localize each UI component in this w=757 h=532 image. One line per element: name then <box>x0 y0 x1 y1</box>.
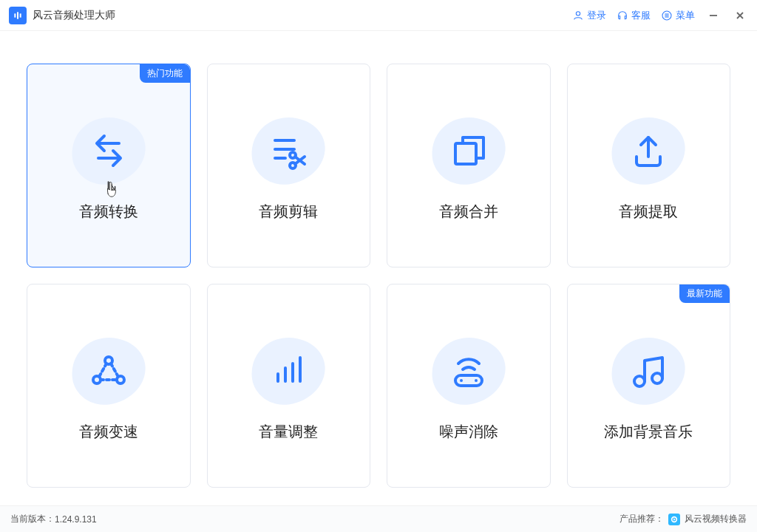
footer: 当前版本： 1.24.9.131 产品推荐： 风云视频转换器 <box>0 505 757 532</box>
card-label: 音频转换 <box>79 202 138 222</box>
close-button[interactable] <box>732 7 748 24</box>
card-audio-extract[interactable]: 音频提取 <box>567 64 731 267</box>
headset-icon <box>617 10 628 21</box>
recommend-label: 产品推荐： <box>619 513 664 525</box>
version-value: 1.24.9.131 <box>55 514 97 525</box>
card-noise-remove[interactable]: 噪声消除 <box>387 284 551 488</box>
card-audio-convert[interactable]: 热门功能 音频转换 <box>27 64 191 267</box>
card-audio-speed[interactable]: 音频变速 <box>27 284 191 488</box>
hot-badge: 热门功能 <box>140 64 190 83</box>
card-label: 音频合并 <box>439 202 498 222</box>
card-label: 音频提取 <box>619 202 678 222</box>
card-volume-adjust[interactable]: 音量调整 <box>207 284 371 488</box>
svg-rect-0 <box>14 13 16 17</box>
menu-label: 菜单 <box>676 9 695 22</box>
swap-arrows-icon <box>85 127 132 174</box>
feature-grid: 热门功能 音频转换 音频剪辑 音频合并 <box>0 31 757 505</box>
card-label: 音频变速 <box>79 422 138 442</box>
card-add-bgm[interactable]: 最新功能 添加背景音乐 <box>567 284 731 488</box>
titlebar: 风云音频处理大师 登录 客服 菜单 <box>0 0 757 31</box>
card-label: 添加背景音乐 <box>604 422 693 442</box>
menu-icon <box>661 10 673 21</box>
svg-rect-18 <box>455 143 476 164</box>
support-label: 客服 <box>631 9 651 22</box>
scissors-list-icon <box>265 127 312 174</box>
svg-point-30 <box>652 373 662 383</box>
svg-point-3 <box>576 11 580 15</box>
card-label: 音频剪辑 <box>259 202 318 222</box>
bars-icon <box>265 347 312 395</box>
music-note-icon <box>625 347 672 395</box>
recommend-product-link[interactable]: 风云视频转换器 <box>685 513 747 525</box>
new-badge: 最新功能 <box>679 284 730 303</box>
upload-icon <box>625 127 672 174</box>
nodes-icon <box>85 347 132 395</box>
svg-point-28 <box>475 379 478 382</box>
svg-point-27 <box>460 379 463 382</box>
svg-rect-1 <box>17 12 18 18</box>
login-label: 登录 <box>587 9 606 22</box>
user-icon <box>572 10 584 21</box>
card-label: 噪声消除 <box>439 422 498 442</box>
copy-squares-icon <box>445 127 492 174</box>
svg-rect-2 <box>20 13 21 17</box>
svg-rect-26 <box>455 375 482 386</box>
card-audio-merge[interactable]: 音频合并 <box>387 64 551 267</box>
support-button[interactable]: 客服 <box>617 9 651 22</box>
login-button[interactable]: 登录 <box>572 9 606 22</box>
minimize-button[interactable] <box>705 7 722 24</box>
app-title: 风云音频处理大师 <box>33 9 115 22</box>
recommend-product-icon <box>668 514 680 525</box>
app-logo-icon <box>9 7 27 24</box>
menu-button[interactable]: 菜单 <box>661 9 695 22</box>
svg-point-29 <box>634 376 645 386</box>
wifi-device-icon <box>445 347 492 395</box>
version-label: 当前版本： <box>10 513 55 525</box>
card-label: 音量调整 <box>259 422 318 442</box>
card-audio-edit[interactable]: 音频剪辑 <box>207 64 371 267</box>
